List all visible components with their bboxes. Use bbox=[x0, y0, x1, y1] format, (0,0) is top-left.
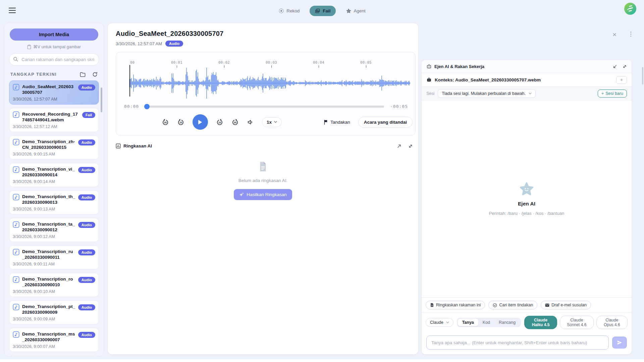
recording-list-item[interactable]: Demo_Transcription_ru_20260330090011 Aud… bbox=[9, 245, 99, 269]
tab-agent-label: Agent bbox=[354, 8, 366, 13]
remaining-time: -00:05 bbox=[390, 104, 408, 109]
menu-icon[interactable] bbox=[9, 6, 17, 14]
page-scrollbar[interactable] bbox=[642, 67, 643, 84]
model-claude-opus[interactable]: Claude Opus 4.6 bbox=[596, 316, 628, 329]
svg-text:10: 10 bbox=[218, 121, 221, 124]
item-title: Demo_Transcription_ta_20260330090012 bbox=[22, 221, 75, 233]
main-tabs: Rekod Fail Agent bbox=[277, 6, 367, 16]
recording-list-item[interactable] bbox=[9, 355, 99, 357]
send-button[interactable] bbox=[612, 337, 627, 349]
expand-panel-icon[interactable] bbox=[623, 64, 627, 69]
recording-detail-card: Audio_SeaMeet_20260330005707 3/30/2026, … bbox=[107, 23, 419, 355]
add-context-button[interactable]: + bbox=[616, 76, 627, 84]
skip-forward-10-button[interactable]: 10 bbox=[216, 118, 223, 126]
mode-rancang[interactable]: Rancang bbox=[494, 319, 520, 326]
recording-list-item[interactable]: Demo_Transcription_th_20260330090013 Aud… bbox=[9, 190, 99, 215]
model-claude-haiku[interactable]: Claude Haiku 4.5 bbox=[524, 316, 557, 329]
slider-thumb[interactable] bbox=[144, 104, 150, 109]
mark-button[interactable]: Tandakan bbox=[322, 119, 352, 125]
item-date: 3/30/2026, 12:57:07 AM bbox=[13, 97, 95, 102]
sidebar: Import Media ⌘V untuk tampal gambar TANG… bbox=[4, 23, 104, 357]
generate-summary-button[interactable]: Hasilkan Ringkasan bbox=[234, 189, 292, 200]
chevron-down-icon bbox=[529, 93, 532, 95]
tab-agent[interactable]: Agent bbox=[344, 6, 367, 16]
ruler-tick-label: 00:04 bbox=[313, 60, 324, 64]
play-button[interactable] bbox=[193, 114, 208, 130]
session-dropdown[interactable]: Tiada sesi lagi. Mulakan perbualan di ba… bbox=[438, 89, 536, 98]
waveform-seek-area[interactable]: 0000:0100:0200:0300:0400:05 bbox=[129, 60, 410, 101]
audio-file-icon bbox=[13, 304, 19, 310]
model-claude-sonnet[interactable]: Claude Sonnet 4.6 bbox=[560, 316, 593, 329]
document-icon bbox=[430, 303, 434, 307]
item-badge: Audio bbox=[78, 84, 95, 90]
collapse-icon[interactable] bbox=[613, 64, 617, 69]
playhead-cursor[interactable] bbox=[129, 65, 130, 97]
recent-captures-title: TANGKAP TERKINI bbox=[10, 72, 57, 77]
skip-forward-30-button[interactable]: 30 bbox=[231, 118, 239, 126]
marked-events-button[interactable]: Acara yang ditandai bbox=[358, 117, 413, 128]
search-input[interactable] bbox=[9, 53, 99, 66]
recording-list-item[interactable]: Recovered_Recording_1774857449041.webm F… bbox=[9, 108, 99, 132]
recording-list-item[interactable]: Demo_Transcription_vi_20260330090014 Aud… bbox=[9, 163, 99, 187]
clipboard-icon bbox=[27, 45, 31, 49]
item-title: Demo_Transcription_zh-CN_20260330090015 bbox=[22, 139, 75, 150]
open-external-icon[interactable] bbox=[397, 144, 401, 148]
ai-summary-title: Ringkasan AI bbox=[123, 143, 152, 148]
close-icon[interactable]: × bbox=[612, 31, 616, 38]
skip-back-30-button[interactable]: 30 bbox=[162, 118, 169, 126]
svg-text:30: 30 bbox=[234, 121, 236, 124]
tab-rekod[interactable]: Rekod bbox=[277, 6, 301, 16]
sidebar-scrollbar[interactable] bbox=[101, 87, 102, 112]
item-badge: Audio bbox=[78, 332, 95, 338]
recording-list-item[interactable]: Demo_Transcription_ro_20260330090010 Aud… bbox=[9, 273, 99, 297]
item-badge: Audio bbox=[78, 139, 95, 145]
tab-fail[interactable]: Fail bbox=[310, 6, 335, 16]
chevron-down-icon bbox=[446, 321, 449, 323]
recording-list-item[interactable]: Demo_Transcription_ta_20260330090012 Aud… bbox=[9, 218, 99, 242]
app-logo[interactable] bbox=[624, 2, 637, 15]
summary-icon bbox=[116, 143, 121, 148]
refresh-icon[interactable] bbox=[92, 72, 98, 77]
agent-chat-area: Ejen AI Perintah: /baru · /jelas · /kos … bbox=[422, 101, 632, 297]
item-title: Demo_Transcription_ro_20260330090010 bbox=[22, 276, 75, 288]
audio-file-icon bbox=[13, 331, 19, 338]
paste-hint: ⌘V untuk tampal gambar bbox=[8, 44, 100, 49]
recording-list-item[interactable]: Audio_SeaMeet_20260330005707 Audio 3/30/… bbox=[9, 80, 99, 105]
item-title: Demo_Transcription_ru_20260330090011 bbox=[22, 249, 75, 260]
quick-action-draft-email[interactable]: Draf e-mel susulan bbox=[541, 301, 591, 309]
folder-icon[interactable] bbox=[80, 72, 86, 77]
agent-message-input[interactable] bbox=[426, 336, 609, 350]
kebab-menu-icon[interactable]: ⋮ bbox=[628, 31, 634, 37]
flag-icon bbox=[324, 120, 328, 125]
tab-fail-label: Fail bbox=[323, 8, 330, 13]
recording-type-badge: Audio bbox=[165, 41, 183, 47]
audio-file-icon bbox=[13, 221, 19, 228]
quick-action-summarize[interactable]: Ringkaskan rakaman ini bbox=[426, 301, 485, 309]
import-media-button[interactable]: Import Media bbox=[10, 28, 98, 41]
expand-icon[interactable] bbox=[408, 144, 413, 148]
tab-rekod-label: Rekod bbox=[286, 8, 300, 13]
item-date: 3/30/2026, 9:00:11 AM bbox=[13, 262, 95, 266]
agent-commands-hint: Perintah: /baru · /jelas · /kos · /bantu… bbox=[489, 211, 565, 216]
agent-empty-title: Ejen AI bbox=[518, 201, 535, 207]
item-badge: Audio bbox=[78, 277, 95, 283]
item-date: 3/30/2026, 9:00:07 AM bbox=[13, 344, 95, 349]
empty-document-icon bbox=[258, 161, 268, 172]
mode-segmented-control: Tanya Kod Rancang bbox=[457, 318, 521, 327]
recording-list-item[interactable]: Demo_Transcription_zh-CN_20260330090015 … bbox=[9, 135, 99, 160]
quick-action-action-items[interactable]: Cari item tindakan bbox=[488, 301, 537, 309]
playback-speed-button[interactable]: 1x bbox=[262, 117, 282, 127]
mode-tanya[interactable]: Tanya bbox=[458, 319, 478, 326]
mode-kod[interactable]: Kod bbox=[478, 319, 494, 326]
sparkle-icon bbox=[239, 192, 244, 197]
session-label: Sesi bbox=[426, 91, 434, 96]
playback-slider[interactable] bbox=[145, 106, 384, 108]
recording-list-item[interactable]: Demo_Transcription_ms_20260330090007 Aud… bbox=[9, 328, 99, 352]
provider-dropdown[interactable]: Claude bbox=[426, 318, 453, 327]
ruler-tick-label: 00 bbox=[130, 60, 135, 64]
volume-icon[interactable] bbox=[247, 119, 254, 126]
chevron-down-icon bbox=[274, 121, 277, 123]
new-session-button[interactable]: + Sesi baru bbox=[598, 89, 627, 98]
recording-list-item[interactable]: Demo_Transcription_pt_20260330090009 Aud… bbox=[9, 300, 99, 324]
skip-back-10-button[interactable]: 10 bbox=[177, 118, 184, 126]
